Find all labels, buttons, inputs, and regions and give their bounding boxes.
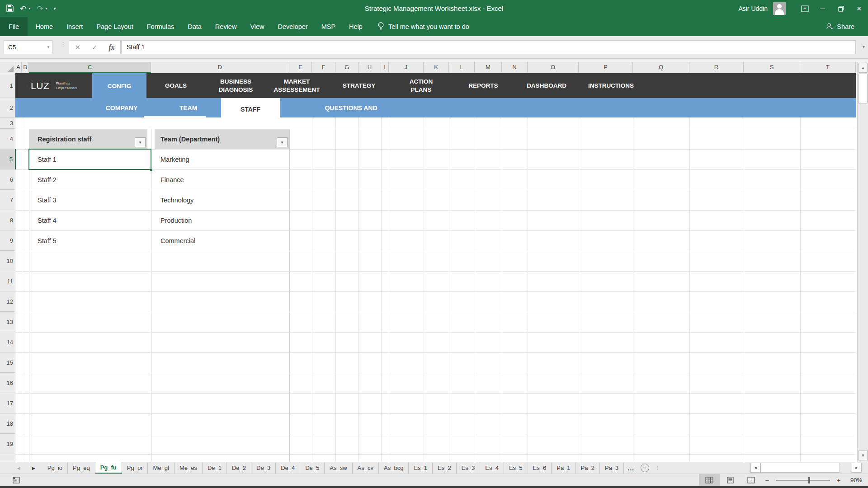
row-header-8[interactable]: 8: [0, 210, 15, 230]
sheet-tab-me_gl[interactable]: Me_gl: [148, 462, 174, 474]
nav-tab-goals[interactable]: GOALS: [146, 73, 205, 98]
sheet-tab-pa_1[interactable]: Pa_1: [552, 462, 576, 474]
row-header-13[interactable]: 13: [0, 312, 15, 332]
zoom-in-icon[interactable]: +: [833, 476, 844, 484]
column-header-Q[interactable]: Q: [633, 62, 689, 73]
row-header-9[interactable]: 9: [0, 230, 15, 251]
sheet-tab-de_4[interactable]: De_4: [276, 462, 300, 474]
hscroll-left-icon[interactable]: ◄: [750, 463, 760, 473]
select-all-corner[interactable]: [0, 62, 15, 73]
tell-me-box[interactable]: Tell me what you want to do: [377, 22, 469, 32]
table-header-registration-staff[interactable]: Registration staff▼: [29, 129, 147, 149]
sheet-tab-es_6[interactable]: Es_6: [528, 462, 552, 474]
zoom-slider[interactable]: [776, 480, 830, 481]
sheet-tab-de_3[interactable]: De_3: [251, 462, 276, 474]
row-header-15[interactable]: 15: [0, 352, 15, 373]
formula-bar-expand-icon[interactable]: ▾: [863, 44, 865, 49]
sheet-tab-as_bcg[interactable]: As_bcg: [379, 462, 409, 474]
restore-button[interactable]: [832, 0, 850, 17]
ribbon-tab-page-layout[interactable]: Page Layout: [90, 17, 140, 36]
subnav-tab-team[interactable]: TEAM: [156, 98, 221, 117]
sheet-nav-left-icon[interactable]: ◄: [16, 465, 21, 471]
row-header-18[interactable]: 18: [0, 413, 15, 434]
row-header-3[interactable]: 3: [0, 117, 15, 129]
row-header-17[interactable]: 17: [0, 393, 15, 413]
ribbon-tab-formulas[interactable]: Formulas: [140, 17, 181, 36]
vertical-scrollbar[interactable]: ▲ ▼: [857, 62, 868, 462]
table-row-team-cell[interactable]: Commercial: [151, 230, 289, 251]
sheet-tab-pg_fu[interactable]: Pg_fu: [95, 462, 122, 474]
column-header-J[interactable]: J: [389, 62, 424, 73]
sheet-tab-as_cv[interactable]: As_cv: [353, 462, 379, 474]
sheet-tab-es_2[interactable]: Es_2: [433, 462, 457, 474]
sheet-tab-es_1[interactable]: Es_1: [409, 462, 433, 474]
table-row-staff-cell[interactable]: Staff 2: [29, 169, 151, 190]
insert-function-icon[interactable]: fx: [108, 43, 114, 52]
table-row-team-cell[interactable]: Marketing: [151, 149, 289, 169]
column-header-L[interactable]: L: [449, 62, 475, 73]
row-header-2[interactable]: 2: [0, 98, 15, 117]
zoom-out-icon[interactable]: −: [761, 476, 773, 484]
sheet-tab-es_3[interactable]: Es_3: [457, 462, 481, 474]
column-header-E[interactable]: E: [289, 62, 312, 73]
horizontal-scrollbar[interactable]: ◄ ►: [750, 463, 862, 473]
subnav-tab-staff[interactable]: STAFF: [221, 98, 280, 120]
horizontal-scroll-thumb[interactable]: [760, 463, 840, 473]
column-header-D[interactable]: D: [151, 62, 289, 73]
row-header-5[interactable]: 5: [0, 149, 16, 169]
ribbon-display-options-icon[interactable]: [796, 0, 814, 17]
zoom-level[interactable]: 90%: [844, 477, 868, 483]
fill-handle[interactable]: [150, 168, 153, 171]
sheet-tab-pa_2[interactable]: Pa_2: [576, 462, 600, 474]
scroll-down-icon[interactable]: ▼: [859, 450, 868, 460]
filter-dropdown-icon[interactable]: ▼: [135, 137, 146, 147]
ribbon-tab-file[interactable]: File: [0, 17, 28, 36]
row-header-1[interactable]: 1: [0, 73, 15, 98]
row-header-10[interactable]: 10: [0, 251, 15, 271]
sheet-tab-me_es[interactable]: Me_es: [175, 462, 203, 474]
nav-tab-reports[interactable]: REPORTS: [452, 73, 515, 98]
row-header-6[interactable]: 6: [0, 169, 15, 190]
column-header-H[interactable]: H: [359, 62, 381, 73]
nav-tab-action[interactable]: ACTION PLANS: [391, 73, 452, 98]
sheet-tab-de_1[interactable]: De_1: [203, 462, 227, 474]
user-avatar[interactable]: [773, 2, 786, 15]
column-header-B[interactable]: B: [22, 62, 29, 73]
row-header-11[interactable]: 11: [0, 271, 15, 291]
table-row-team-cell[interactable]: Technology: [151, 190, 289, 210]
column-header-M[interactable]: M: [475, 62, 502, 73]
vertical-scroll-thumb[interactable]: [859, 74, 868, 103]
table-header-team-department[interactable]: Team (Department)▼: [155, 129, 289, 149]
table-row-team-cell[interactable]: Production: [151, 210, 289, 230]
nav-tab-dashboard[interactable]: DASHBOARD: [515, 73, 578, 98]
enter-check-icon[interactable]: ✓: [92, 43, 98, 52]
sheet-tab-es_4[interactable]: Es_4: [480, 462, 504, 474]
row-header-4[interactable]: 4: [0, 129, 15, 149]
ribbon-tab-insert[interactable]: Insert: [60, 17, 90, 36]
nav-tab-instructions[interactable]: INSTRUCTIONS: [578, 73, 644, 98]
sheet-tab-pg_pr[interactable]: Pg_pr: [122, 462, 148, 474]
nav-tab-config[interactable]: CONFIG: [92, 73, 146, 99]
sheet-tab-de_5[interactable]: De_5: [300, 462, 325, 474]
column-header-T[interactable]: T: [800, 62, 856, 73]
filter-dropdown-icon[interactable]: ▼: [277, 137, 288, 147]
row-header-12[interactable]: 12: [0, 291, 15, 312]
scroll-up-icon[interactable]: ▲: [859, 63, 868, 73]
ribbon-tab-view[interactable]: View: [243, 17, 271, 36]
close-button[interactable]: ✕: [850, 0, 868, 17]
user-name[interactable]: Asir Uddin: [738, 5, 768, 12]
sheet-tab-pg_io[interactable]: Pg_io: [42, 462, 68, 474]
hscroll-right-icon[interactable]: ►: [852, 463, 862, 473]
table-row-staff-cell[interactable]: Staff 3: [29, 190, 151, 210]
name-box-dropdown-icon[interactable]: ▾: [47, 41, 49, 54]
formula-input[interactable]: Staff 1: [121, 40, 856, 54]
table-row-staff-cell[interactable]: Staff 4: [29, 210, 151, 230]
row-header-7[interactable]: 7: [0, 190, 15, 210]
selected-cell-outline[interactable]: [28, 149, 151, 170]
ribbon-tab-review[interactable]: Review: [208, 17, 244, 36]
row-header-14[interactable]: 14: [0, 332, 15, 352]
normal-view-icon[interactable]: [699, 474, 720, 486]
ribbon-tab-home[interactable]: Home: [28, 17, 60, 36]
row-header-16[interactable]: 16: [0, 373, 15, 393]
column-header-N[interactable]: N: [502, 62, 528, 73]
